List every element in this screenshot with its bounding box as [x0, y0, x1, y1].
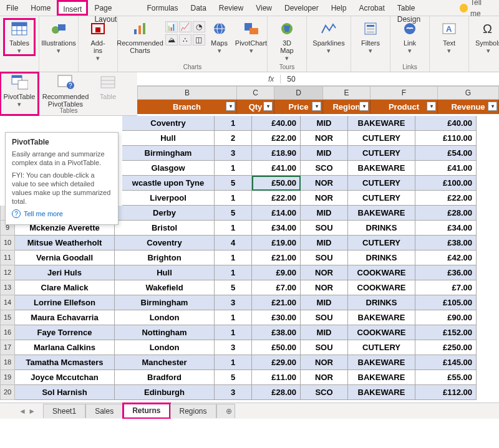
sparklines-button[interactable]: Sparklines▾ [311, 19, 347, 55]
scatter-chart-icon[interactable]: ∴ [179, 34, 191, 45]
cell-revenue[interactable]: £90.00 [415, 310, 477, 325]
filter-qty[interactable]: ▾ [263, 102, 273, 111]
menu-view[interactable]: View [250, 0, 278, 16]
link-button[interactable]: Link▾ [394, 19, 425, 55]
cell-price[interactable]: £50.00 [252, 176, 301, 191]
cell-region[interactable]: SCO [301, 385, 348, 400]
cell-product[interactable]: CUTLERY [348, 176, 415, 191]
cell-product[interactable]: BAKEWARE [348, 116, 415, 131]
cell-price[interactable]: £40.00 [252, 116, 301, 131]
cell-branch[interactable]: wcastle upon Tyne [122, 176, 215, 191]
cell-qty[interactable]: 3 [215, 146, 252, 161]
cell-revenue[interactable]: £40.00 [415, 116, 477, 131]
menu-acrobat[interactable]: Acrobat [352, 0, 390, 16]
cell-branch[interactable]: Manchester [115, 355, 215, 370]
cell-revenue[interactable]: £54.00 [415, 146, 477, 161]
cell-revenue[interactable]: £152.00 [415, 325, 477, 340]
cell-region[interactable]: SOU [301, 340, 348, 355]
cell-revenue[interactable]: £34.00 [415, 221, 477, 236]
cell-branch[interactable]: Birmingham [122, 146, 215, 161]
cell-branch[interactable]: Nottingham [115, 325, 215, 340]
cell-product[interactable]: DRINKS [348, 295, 415, 310]
cell-price[interactable]: £21.00 [252, 250, 301, 265]
cell-product[interactable]: COOKWARE [348, 325, 415, 340]
recommended-charts-button[interactable]: Recommended Charts [116, 19, 165, 55]
pivotchart-button[interactable]: PivotChart▾ [233, 19, 269, 55]
cell-qty[interactable]: 1 [215, 265, 252, 280]
cell-product[interactable]: BAKEWARE [348, 385, 415, 400]
line-chart-icon[interactable]: 📈 [179, 21, 191, 32]
area-chart-icon[interactable]: ⛰ [165, 34, 178, 45]
cell-region[interactable]: SOU [301, 250, 348, 265]
cell-region[interactable]: MID [301, 236, 348, 250]
col-C[interactable]: C [237, 86, 274, 100]
tell-me[interactable]: Tell me [453, 0, 499, 16]
cell-qty[interactable]: 3 [215, 385, 252, 400]
cell-branch[interactable]: Wakefield [115, 280, 215, 295]
filter-branch[interactable]: ▾ [226, 102, 235, 111]
row-header[interactable]: 18 [0, 355, 15, 370]
cell-branch[interactable]: Hull [115, 265, 215, 280]
menu-data[interactable]: Data [184, 0, 212, 16]
tab-regions[interactable]: Regions [170, 404, 216, 418]
cell-region[interactable]: NOR [301, 191, 348, 206]
cell-branch[interactable]: Liverpool [122, 191, 215, 206]
cell-qty[interactable]: 1 [215, 191, 252, 206]
cell-revenue[interactable]: £36.00 [415, 265, 477, 280]
illustrations-button[interactable]: Illustrations▾ [43, 19, 74, 55]
cell-revenue[interactable]: £28.00 [415, 206, 477, 221]
cell-region[interactable]: NOR [301, 265, 348, 280]
cell-region[interactable]: SOU [301, 221, 348, 236]
symbols-button[interactable]: Ω Symbols▾ [473, 19, 499, 55]
cell-price[interactable]: £28.00 [252, 385, 301, 400]
cell-revenue[interactable]: £7.00 [415, 280, 477, 295]
cell-branch[interactable]: Coventry [115, 236, 215, 250]
tab-sales[interactable]: Sales [85, 404, 123, 418]
cell-product[interactable]: CUTLERY [348, 146, 415, 161]
cell-product[interactable]: DRINKS [348, 221, 415, 236]
cell-price[interactable]: £30.00 [252, 310, 301, 325]
tables-button[interactable]: Tables▾ [4, 19, 35, 55]
menu-formulas[interactable]: Formulas [140, 0, 184, 16]
cell-region[interactable]: MID [301, 116, 348, 131]
filters-button[interactable]: Filters▾ [355, 19, 386, 55]
cell-product[interactable]: CUTLERY [348, 191, 415, 206]
cell-price[interactable]: £14.00 [252, 206, 301, 221]
tell-me-more-link[interactable]: ?Tell me more [12, 209, 112, 218]
cell-qty[interactable]: 3 [215, 295, 252, 310]
cell-qty[interactable]: 5 [215, 206, 252, 221]
cell-price[interactable]: £18.90 [252, 146, 301, 161]
cell-name[interactable]: Maura Echavarria [15, 310, 115, 325]
cell-branch[interactable]: Birmingham [115, 295, 215, 310]
col-G[interactable]: G [438, 86, 499, 100]
cell-region[interactable]: NOR [301, 355, 348, 370]
cell-product[interactable]: CUTLERY [348, 131, 415, 146]
row-header[interactable]: 16 [0, 325, 15, 340]
cell-revenue[interactable]: £22.00 [415, 191, 477, 206]
filter-revenue[interactable]: ▾ [488, 102, 497, 111]
text-button[interactable]: A Text▾ [434, 19, 465, 55]
row-header[interactable]: 14 [0, 295, 15, 310]
cell-name[interactable]: Lorrine Ellefson [15, 295, 115, 310]
cell-product[interactable]: DRINKS [348, 250, 415, 265]
maps-button[interactable]: Maps▾ [206, 19, 233, 55]
cell-name[interactable]: Clare Malick [15, 280, 115, 295]
menu-file[interactable]: File [0, 0, 24, 16]
cell-price[interactable]: £21.00 [252, 295, 301, 310]
cell-revenue[interactable]: £145.00 [415, 355, 477, 370]
cell-product[interactable]: COOKWARE [348, 265, 415, 280]
col-B[interactable]: B [137, 86, 237, 100]
cell-revenue[interactable]: £41.00 [415, 161, 477, 176]
cell-name[interactable]: Sol Harnish [15, 385, 115, 400]
row-header[interactable]: 10 [0, 236, 15, 250]
cell-region[interactable]: NOR [301, 176, 348, 191]
col-D[interactable]: D [274, 86, 323, 100]
cell-price[interactable]: £34.00 [252, 221, 301, 236]
cell-qty[interactable]: 1 [215, 355, 252, 370]
cell-branch[interactable]: Hull [122, 131, 215, 146]
cell-product[interactable]: BAKEWARE [348, 206, 415, 221]
tab-sheet1[interactable]: Sheet1 [43, 404, 85, 418]
cell-name[interactable]: Vernia Goodall [15, 250, 115, 265]
col-F[interactable]: F [371, 86, 438, 100]
bar-chart-icon[interactable]: 📊 [165, 21, 178, 32]
